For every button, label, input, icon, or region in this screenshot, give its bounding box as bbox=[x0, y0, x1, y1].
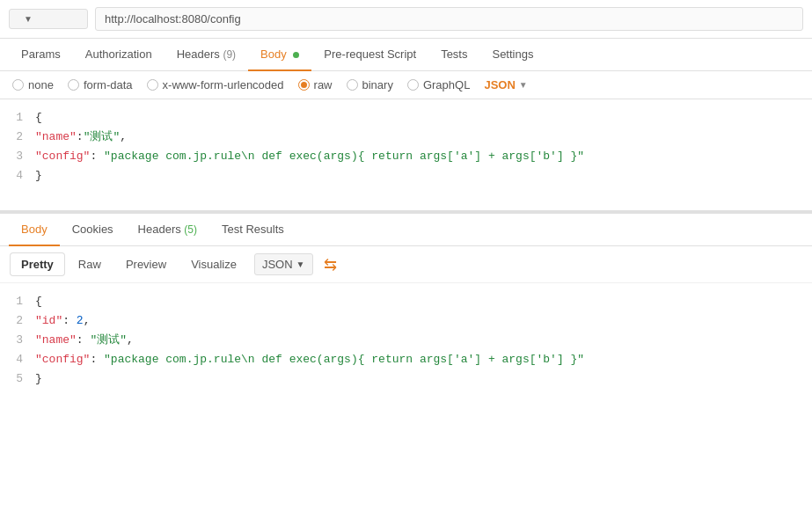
line-content: } bbox=[35, 166, 812, 186]
line-number: 2 bbox=[0, 128, 35, 147]
body-option-x-www-form-urlencoded[interactable]: x-www-form-urlencoded bbox=[147, 78, 284, 91]
request-code-editor[interactable]: 1{2 "name":"测试",3 "config": "package com… bbox=[0, 99, 812, 214]
resp-line-number: 5 bbox=[0, 369, 35, 389]
body-option-raw[interactable]: raw bbox=[298, 78, 333, 91]
tab-params[interactable]: Params bbox=[9, 39, 73, 71]
req-code-line-2: 2 "name":"测试", bbox=[0, 128, 812, 147]
radio-label-form-data: form-data bbox=[84, 78, 133, 91]
line-content: "config": "package com.jp.rule\n def exe… bbox=[35, 147, 812, 166]
radio-label-binary: binary bbox=[362, 78, 393, 91]
resp-line-content: "config": "package com.jp.rule\n def exe… bbox=[35, 350, 812, 369]
resp-line-number: 1 bbox=[0, 292, 35, 311]
tab-authorization[interactable]: Authorization bbox=[73, 39, 165, 71]
body-option-form-data[interactable]: form-data bbox=[68, 78, 133, 91]
tab-headers[interactable]: Headers (9) bbox=[165, 39, 248, 71]
body-options: noneform-datax-www-form-urlencodedrawbin… bbox=[0, 71, 812, 99]
resp-tab-body[interactable]: Body bbox=[9, 214, 60, 246]
radio-circle-raw bbox=[298, 79, 310, 91]
resp-line-content: "id": 2, bbox=[35, 311, 812, 331]
line-number: 3 bbox=[0, 147, 35, 166]
url-bar: ▼ bbox=[0, 0, 812, 39]
resp-line-number: 2 bbox=[0, 311, 35, 331]
resp-format-pretty[interactable]: Pretty bbox=[11, 253, 64, 275]
radio-label-raw: raw bbox=[314, 78, 333, 91]
line-content: "name":"测试", bbox=[35, 128, 812, 147]
resp-code-line-2: 2 "id": 2, bbox=[0, 311, 812, 331]
request-tabs: ParamsAuthorizationHeaders (9)Body Pre-r… bbox=[0, 39, 812, 71]
resp-tab-headers[interactable]: Headers (5) bbox=[126, 214, 209, 246]
resp-code-line-3: 3 "name": "测试", bbox=[0, 331, 812, 350]
req-code-line-1: 1{ bbox=[0, 108, 812, 128]
tab-settings[interactable]: Settings bbox=[479, 39, 545, 71]
resp-json-select[interactable]: JSON▼ bbox=[254, 253, 313, 275]
format-label: JSON bbox=[484, 78, 515, 91]
radio-label-x-www-form-urlencoded: x-www-form-urlencoded bbox=[163, 78, 284, 91]
resp-line-content: { bbox=[35, 292, 812, 311]
format-select[interactable]: JSON▼ bbox=[484, 78, 527, 91]
radio-label-GraphQL: GraphQL bbox=[423, 78, 470, 91]
line-content: { bbox=[35, 108, 812, 128]
url-input[interactable] bbox=[95, 7, 803, 31]
radio-circle-none bbox=[12, 79, 24, 91]
format-chevron-icon: ▼ bbox=[519, 80, 528, 90]
response-tabs: BodyCookiesHeaders (5)Test Results bbox=[0, 214, 812, 246]
method-select[interactable]: ▼ bbox=[9, 9, 88, 29]
resp-format-chevron-icon: ▼ bbox=[296, 259, 305, 269]
response-section: BodyCookiesHeaders (5)Test Results Prett… bbox=[0, 214, 812, 398]
resp-code-line-5: 5} bbox=[0, 369, 812, 389]
tab-tests[interactable]: Tests bbox=[428, 39, 479, 71]
resp-format-preview[interactable]: Preview bbox=[115, 253, 177, 275]
wrap-icon[interactable]: ⇆ bbox=[324, 255, 337, 274]
radio-circle-x-www-form-urlencoded bbox=[147, 79, 158, 91]
resp-format-visualize[interactable]: Visualize bbox=[180, 253, 247, 275]
line-number: 1 bbox=[0, 108, 35, 128]
resp-line-content: "name": "测试", bbox=[35, 331, 812, 350]
resp-tab-testresults[interactable]: Test Results bbox=[209, 214, 296, 246]
req-code-line-4: 4} bbox=[0, 166, 812, 186]
resp-code-line-4: 4 "config": "package com.jp.rule\n def e… bbox=[0, 350, 812, 369]
response-format-bar: PrettyRawPreviewVisualizeJSON▼⇆ bbox=[0, 246, 812, 283]
radio-circle-GraphQL bbox=[407, 79, 419, 91]
tab-prerequest[interactable]: Pre-request Script bbox=[311, 39, 428, 71]
radio-circle-form-data bbox=[68, 79, 79, 91]
tab-body[interactable]: Body bbox=[248, 39, 311, 71]
body-option-GraphQL[interactable]: GraphQL bbox=[407, 78, 470, 91]
radio-label-none: none bbox=[28, 78, 54, 91]
resp-line-content: } bbox=[35, 369, 812, 389]
resp-line-number: 4 bbox=[0, 350, 35, 369]
req-code-line-3: 3 "config": "package com.jp.rule\n def e… bbox=[0, 147, 812, 166]
response-code-editor[interactable]: 1{2 "id": 2,3 "name": "测试",4 "config": "… bbox=[0, 283, 812, 398]
body-option-binary[interactable]: binary bbox=[347, 78, 393, 91]
method-chevron-icon: ▼ bbox=[24, 14, 33, 24]
body-dot bbox=[293, 52, 299, 58]
resp-code-line-1: 1{ bbox=[0, 292, 812, 311]
line-number: 4 bbox=[0, 166, 35, 186]
radio-circle-binary bbox=[347, 79, 358, 91]
resp-format-label: JSON bbox=[262, 258, 293, 271]
resp-tab-cookies[interactable]: Cookies bbox=[60, 214, 126, 246]
body-option-none[interactable]: none bbox=[12, 78, 54, 91]
resp-line-number: 3 bbox=[0, 331, 35, 350]
resp-format-raw[interactable]: Raw bbox=[68, 253, 112, 275]
